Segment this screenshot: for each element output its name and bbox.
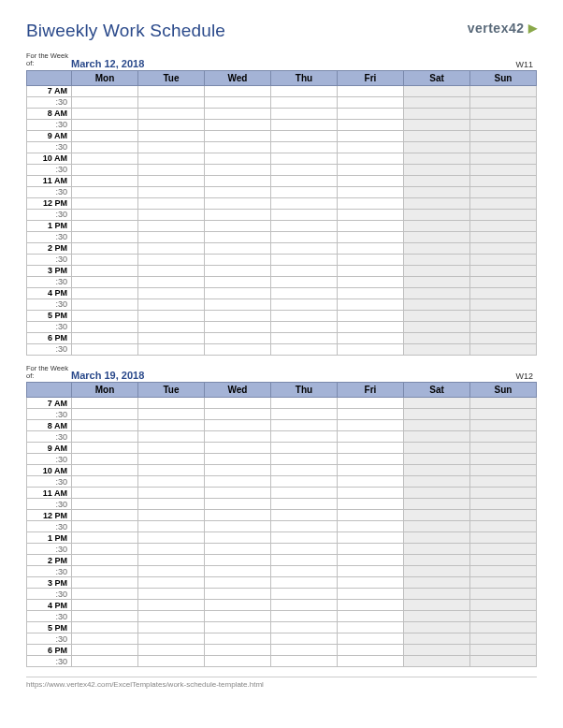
schedule-cell [404,130,470,141]
schedule-table: MonTueWedThuFriSatSun7 AM:308 AM:309 AM:… [26,382,537,667]
week-date: March 19, 2018 [71,370,515,381]
schedule-cell [404,398,470,409]
time-half-label: :30 [27,611,72,622]
schedule-cell [338,454,404,465]
schedule-cell [72,265,138,276]
schedule-cell [338,130,404,141]
schedule-cell [72,153,138,164]
schedule-cell [338,600,404,611]
schedule-cell [404,321,470,332]
time-half-label: :30 [27,298,72,310]
schedule-cell [338,420,404,431]
time-hour-label: 10 AM [27,153,72,164]
schedule-cell [404,555,470,566]
schedule-cell [470,119,537,130]
schedule-cell [72,310,138,321]
schedule-cell [205,611,271,622]
schedule-cell [404,186,470,197]
schedule-cell [138,130,205,141]
schedule-cell [404,119,470,130]
schedule-cell [138,321,205,332]
schedule-cell [271,231,338,242]
schedule-cell [72,220,138,231]
schedule-cell [205,130,271,141]
week-block: For the Week of:March 19, 2018W12MonTueW… [26,365,537,668]
time-half-label: :30 [27,209,72,220]
time-column-header [27,70,72,85]
schedule-cell [205,510,271,521]
schedule-cell [205,589,271,600]
schedule-cell [404,465,470,476]
schedule-cell [338,186,404,197]
schedule-cell [138,119,205,130]
schedule-cell [205,420,271,431]
day-header: Tue [138,383,205,398]
schedule-cell [205,85,271,96]
schedule-cell [205,577,271,589]
day-header: Fri [338,383,404,398]
schedule-cell [138,85,205,96]
schedule-cell [205,197,271,209]
time-half-label: :30 [27,276,72,287]
time-column-header [27,383,72,398]
schedule-cell [271,510,338,521]
schedule-cell [338,476,404,488]
schedule-cell [72,85,138,96]
schedule-cell [470,287,537,298]
schedule-cell [72,332,138,343]
schedule-cell [138,633,205,645]
day-header: Sun [470,70,537,85]
schedule-cell [470,141,537,153]
schedule-cell [205,164,271,175]
day-header: Mon [72,383,138,398]
time-hour-label: 7 AM [27,85,72,96]
schedule-cell [404,431,470,443]
schedule-cell [271,488,338,499]
schedule-cell [338,254,404,265]
schedule-cell [138,343,205,355]
schedule-cell [138,622,205,633]
time-half-label: :30 [27,476,72,488]
schedule-cell [72,141,138,153]
schedule-cell [470,164,537,175]
schedule-cell [138,656,205,667]
schedule-cell [404,108,470,119]
schedule-cell [205,265,271,276]
schedule-cell [338,589,404,600]
schedule-cell [205,454,271,465]
time-half-label: :30 [27,431,72,443]
schedule-cell [72,465,138,476]
schedule-cell [404,544,470,555]
schedule-cell [138,186,205,197]
time-hour-label: 6 PM [27,645,72,656]
schedule-cell [205,566,271,577]
schedule-cell [271,431,338,443]
schedule-cell [470,254,537,265]
schedule-cell [205,153,271,164]
day-header: Wed [205,383,271,398]
schedule-cell [271,153,338,164]
schedule-cell [271,521,338,532]
schedule-cell [470,510,537,521]
schedule-cell [138,476,205,488]
schedule-cell [138,332,205,343]
time-hour-label: 1 PM [27,532,72,544]
schedule-cell [205,633,271,645]
schedule-cell [138,242,205,254]
schedule-cell [72,287,138,298]
schedule-cell [138,409,205,420]
schedule-cell [404,566,470,577]
schedule-cell [338,465,404,476]
schedule-cell [72,164,138,175]
schedule-cell [138,544,205,555]
time-hour-label: 8 AM [27,420,72,431]
time-half-label: :30 [27,409,72,420]
schedule-cell [404,656,470,667]
schedule-cell [138,611,205,622]
schedule-cell [205,254,271,265]
schedule-cell [470,566,537,577]
schedule-cell [72,119,138,130]
schedule-cell [138,220,205,231]
schedule-cell [72,231,138,242]
schedule-cell [470,420,537,431]
